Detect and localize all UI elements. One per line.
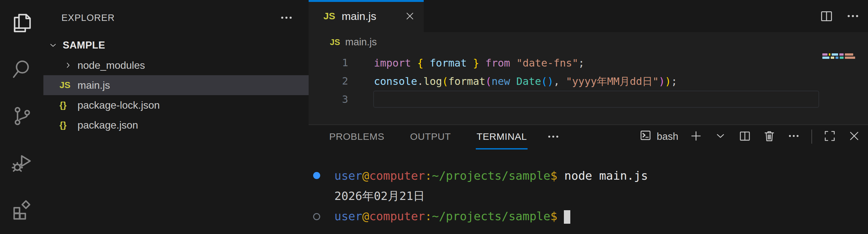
blue-dot-icon — [313, 172, 320, 179]
chevron-down-icon — [48, 40, 58, 51]
tree-item-node_modules[interactable]: node_modules — [43, 55, 309, 75]
minimap-segment — [823, 57, 830, 59]
panel-actions: bash — [639, 125, 868, 148]
run-debug-icon — [10, 151, 33, 175]
split-editor-button[interactable] — [819, 9, 834, 24]
terminal-text: 2026年02月21日 — [334, 188, 425, 204]
minimap-segment — [823, 53, 828, 56]
panel-header: PROBLEMSOUTPUTTERMINAL bash — [309, 125, 868, 155]
minimap-segment — [840, 57, 843, 59]
divider — [811, 130, 812, 144]
tree-item-main.js[interactable]: JSmain.js — [43, 75, 309, 95]
source-control-icon — [10, 104, 33, 129]
plus-icon — [689, 129, 703, 144]
terminal-dropdown-button[interactable] — [714, 129, 727, 144]
terminal-line-1: user@computer:~/projects/sample$ node ma… — [309, 165, 868, 186]
panel-tab-problems[interactable]: PROBLEMS — [329, 125, 385, 149]
tree-item-package-lock.json[interactable]: {}package-lock.json — [43, 95, 309, 115]
panel-tabs-more-button[interactable] — [546, 125, 560, 148]
panel-tab-terminal[interactable]: TERMINAL — [476, 125, 528, 149]
search-icon — [10, 58, 33, 82]
json-file-icon: {} — [60, 120, 78, 130]
line-number: 2 — [309, 75, 348, 87]
code-line-1[interactable]: 1import { format } from "date-fns"; — [309, 53, 868, 72]
panel-tabs: PROBLEMSOUTPUTTERMINAL — [329, 125, 528, 149]
tab-label: main.js — [342, 10, 398, 23]
editor-more-actions-button[interactable] — [845, 9, 860, 24]
minimap-segment — [845, 53, 853, 56]
code-line-content: import { format } from "date-fns"; — [373, 54, 819, 71]
trash-icon — [763, 129, 776, 144]
split-terminal-button[interactable] — [738, 129, 752, 144]
javascript-file-icon: JS — [330, 37, 340, 47]
terminal-text: user@computer:~/projects/sample$ node ma… — [334, 169, 648, 182]
minimap-segment — [832, 53, 838, 56]
maximize-panel-button[interactable] — [823, 129, 837, 144]
explorer-more-actions-button[interactable] — [279, 10, 294, 25]
tree-item-package.json[interactable]: {}package.json — [43, 115, 309, 135]
explorer-header: EXPLORER — [43, 0, 309, 35]
terminal-line-2: 2026年02月21日 — [309, 186, 868, 206]
ellipsis-icon — [787, 129, 801, 144]
tree-root-label: SAMPLE — [63, 39, 105, 51]
code-line-2[interactable]: 2console.log(format(new Date(), "yyyy年MM… — [309, 72, 868, 90]
code-line-3[interactable]: 3 — [309, 90, 868, 108]
javascript-file-icon: JS — [60, 80, 70, 90]
extensions-icon — [10, 198, 33, 222]
tab-main-js[interactable]: JS main.js — [309, 0, 424, 32]
code-line-content: console.log(format(new Date(), "yyyy年MM月… — [373, 72, 819, 89]
terminal[interactable]: user@computer:~/projects/sample$ node ma… — [309, 165, 868, 227]
breadcrumb-label: main.js — [345, 36, 377, 48]
javascript-file-icon: JS — [60, 80, 78, 90]
minimap-segment — [836, 57, 838, 59]
activity-item-extensions[interactable] — [0, 187, 43, 233]
code-area[interactable]: 1import { format } from "date-fns";2cons… — [309, 53, 868, 108]
close-icon[interactable] — [404, 11, 415, 22]
tree-item-label: package-lock.json — [78, 99, 160, 111]
panel-tab-output[interactable]: OUTPUT — [409, 125, 452, 149]
minimap-segment — [831, 57, 834, 59]
terminal-icon — [639, 129, 652, 145]
line-number: 3 — [309, 93, 348, 105]
breadcrumb[interactable]: JS main.js — [309, 32, 377, 52]
terminal-cursor — [564, 210, 570, 224]
minimap-segment — [845, 57, 855, 59]
close-icon — [847, 129, 861, 144]
activity-item-search[interactable] — [0, 46, 43, 93]
files-icon — [10, 11, 33, 36]
command-success-decoration — [309, 172, 334, 179]
minimap-segment — [839, 53, 843, 56]
tree-item-label: package.json — [78, 119, 138, 131]
tree-item-label: main.js — [78, 79, 110, 91]
minimap-segment — [829, 53, 830, 56]
shell-label: bash — [657, 131, 678, 142]
editor-group: JS main.js JS main.js 1import { format }… — [309, 0, 868, 124]
new-terminal-button[interactable] — [689, 129, 703, 144]
line-number: 1 — [309, 57, 348, 69]
activity-item-explorer[interactable] — [0, 0, 43, 46]
chevron-down-icon — [714, 129, 727, 144]
json-file-icon: {} — [60, 120, 66, 130]
editor-actions — [819, 0, 868, 32]
tree-root-sample[interactable]: SAMPLE — [43, 35, 309, 55]
activity-bar — [0, 0, 43, 234]
screen-full-icon — [823, 129, 837, 144]
minimap-line — [823, 57, 857, 59]
file-tree: node_modulesJSmain.js{}package-lock.json… — [43, 55, 309, 135]
sidebar: EXPLORER SAMPLE node_modulesJSmain.js{}p… — [43, 0, 309, 234]
activity-item-source-control[interactable] — [0, 93, 43, 140]
tree-item-label: node_modules — [78, 60, 145, 71]
minimap-line — [823, 53, 857, 56]
close-panel-button[interactable] — [847, 129, 861, 144]
activity-item-run-debug[interactable] — [0, 140, 43, 187]
minimap[interactable] — [823, 53, 857, 60]
terminal-text: user@computer:~/projects/sample$ — [334, 209, 570, 224]
javascript-file-icon: JS — [323, 11, 335, 22]
more-actions-button[interactable] — [787, 129, 801, 144]
json-file-icon: {} — [60, 100, 78, 110]
shell-selector[interactable]: bash — [639, 129, 678, 145]
kill-terminal-button[interactable] — [763, 129, 776, 144]
tab-bar: JS main.js — [309, 0, 868, 32]
code-line-content — [373, 91, 819, 108]
chevron-right-icon — [60, 60, 78, 70]
